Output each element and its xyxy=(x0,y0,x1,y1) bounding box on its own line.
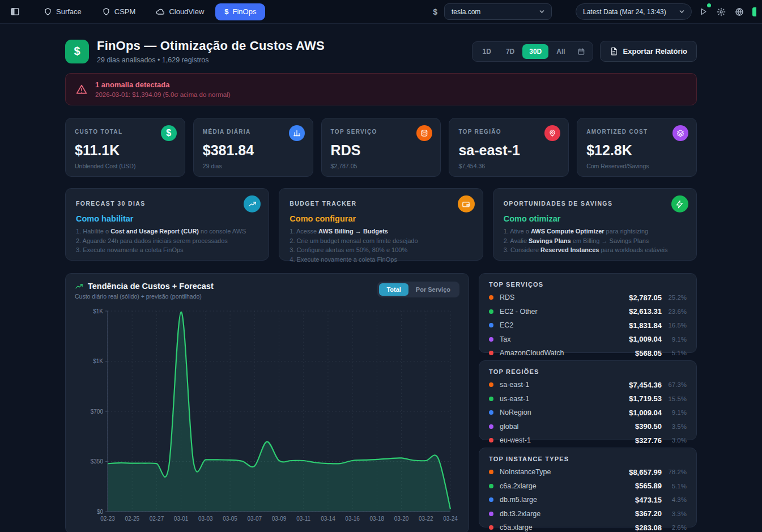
svg-text:03-05: 03-05 xyxy=(223,516,237,522)
calendar-icon[interactable] xyxy=(573,45,589,58)
panel-row: db.m5.large $473.15 4.3% xyxy=(489,496,687,504)
panel-row: db.t3.2xlarge $367.20 3.3% xyxy=(489,509,687,518)
snapshot-selector[interactable]: Latest Data (Mar 24, 13:43) xyxy=(576,3,692,20)
row-value: $367.20 xyxy=(635,509,662,518)
wallet-icon xyxy=(458,195,475,212)
app-tabs: SurfaceCSPMCloudView$FinOps xyxy=(35,3,265,20)
row-name: us-east-1 xyxy=(500,395,629,403)
kpi-sub: $7,454.36 xyxy=(458,163,559,169)
panel-row: c6a.2xlarge $565.89 5.1% xyxy=(489,482,687,490)
kpi-card-top-serviço: TOP SERVIÇO RDS $2,787.05 xyxy=(321,118,441,177)
series-dot xyxy=(489,512,493,516)
run-button[interactable] xyxy=(697,6,709,18)
play-icon xyxy=(699,7,708,16)
refresh-icon[interactable] xyxy=(557,10,561,14)
nav-tab-cspm[interactable]: CSPM xyxy=(93,3,145,20)
svg-text:$350: $350 xyxy=(91,458,104,465)
row-value: $1,009.04 xyxy=(629,408,662,417)
row-value: $390.50 xyxy=(635,422,662,431)
row-name: eu-west-1 xyxy=(500,436,635,444)
row-percent: 23.6% xyxy=(665,308,687,315)
sidebar-toggle-icon[interactable] xyxy=(7,5,23,19)
export-report-button[interactable]: Exportar Relatório xyxy=(600,41,697,62)
kpi-card-média-diária: MÉDIA DIÁRIA $381.84 29 dias xyxy=(193,118,313,177)
guide-how-link[interactable]: Como habilitar xyxy=(76,214,258,223)
row-percent: 78.2% xyxy=(665,469,687,475)
trend-up-icon xyxy=(244,195,261,212)
guide-cards: FORECAST 30 DIAS Como habilitar 1. Habil… xyxy=(65,188,697,261)
panel-row: sa-east-1 $7,454.36 67.3% xyxy=(489,381,687,389)
guide-card-budget-tracker: BUDGET TRACKER Como configurar 1. Acesse… xyxy=(279,188,483,261)
cost-trend-chart[interactable]: $0$350$700$1K$1K02-2302-2502-2703-0103-0… xyxy=(75,305,459,527)
kpi-card-custo-total: CUSTO TOTAL $11.1K Unblended Cost (USD) … xyxy=(65,118,185,177)
row-value: $8,657.99 xyxy=(629,468,662,476)
language-button[interactable] xyxy=(733,6,746,18)
zap-icon xyxy=(671,195,688,212)
chart-toggle-total[interactable]: Total xyxy=(379,283,408,296)
kpi-sub: Com Reserved/Savings xyxy=(586,163,687,169)
guide-card-oportunidades-de-savings: OPORTUNIDADES DE SAVINGS Como otimizar 1… xyxy=(493,188,697,261)
row-name: sa-east-1 xyxy=(500,381,629,389)
kpi-sub: $2,787.05 xyxy=(331,163,432,169)
panel-row: Tax $1,009.04 9.1% xyxy=(489,335,687,343)
guide-step: 3. Considere Reserved Instances para wor… xyxy=(504,246,686,253)
row-percent: 2.6% xyxy=(665,524,687,531)
guide-how-link[interactable]: Como configurar xyxy=(290,214,472,223)
row-value: $565.89 xyxy=(635,482,662,490)
guide-how-link[interactable]: Como otimizar xyxy=(504,214,686,223)
row-value: $2,613.31 xyxy=(629,307,662,316)
clock-icon[interactable] xyxy=(567,10,570,14)
nav-tab-surface[interactable]: Surface xyxy=(35,3,91,20)
shield-icon xyxy=(44,7,52,16)
svg-text:$1K: $1K xyxy=(93,358,103,364)
range-button-30d[interactable]: 30D xyxy=(522,44,548,59)
chart-toggle-por-serviço[interactable]: Por Serviço xyxy=(408,283,458,296)
notification-dot xyxy=(707,3,711,7)
guide-step: 2. Crie um budget mensal com limite dese… xyxy=(290,237,472,244)
row-value: $1,719.53 xyxy=(629,394,662,403)
row-value: $1,009.04 xyxy=(629,335,662,343)
guide-title: FORECAST 30 DIAS xyxy=(76,200,258,207)
svg-text:03-01: 03-01 xyxy=(174,516,189,522)
guide-step: 3. Execute novamente a coleta FinOps xyxy=(76,246,258,253)
kpi-value: $11.1K xyxy=(75,142,176,159)
svg-text:02-23: 02-23 xyxy=(100,516,115,522)
page-subtitle: 29 dias analisados • 1,629 registros xyxy=(97,56,325,64)
kpi-value: $381.84 xyxy=(203,142,304,159)
guide-step: 3. Configure alertas em 50%, 80% e 100% xyxy=(290,246,472,253)
row-percent: 4.3% xyxy=(665,496,687,503)
row-name: RDS xyxy=(500,293,629,301)
dollar-icon: $ xyxy=(432,7,439,16)
org-selector[interactable]: tesla.com xyxy=(444,3,552,20)
trend-up-icon xyxy=(75,282,83,291)
kpi-sub: 29 dias xyxy=(203,163,304,169)
page-title: FinOps — Otimização de Custos AWS xyxy=(97,39,325,53)
panel-row: AmazonCloudWatch $568.05 5.1% xyxy=(489,349,687,357)
row-name: Tax xyxy=(500,335,629,343)
settings-button[interactable] xyxy=(715,6,727,18)
kpi-cards: CUSTO TOTAL $11.1K Unblended Cost (USD) … xyxy=(65,118,697,177)
svg-text:03-18: 03-18 xyxy=(370,516,385,522)
panel-row: eu-west-1 $327.76 3.0% xyxy=(489,436,687,445)
series-dot xyxy=(489,525,493,530)
row-percent: 3.5% xyxy=(665,423,687,430)
chart-mode-toggle: TotalPor Serviço xyxy=(377,282,459,297)
svg-text:02-27: 02-27 xyxy=(150,516,164,522)
nav-tab-finops[interactable]: $FinOps xyxy=(215,3,265,20)
row-value: $2,787.05 xyxy=(629,293,662,302)
shield-icon xyxy=(102,7,110,16)
range-button-all[interactable]: All xyxy=(550,44,572,59)
range-button-1d[interactable]: 1D xyxy=(476,44,498,59)
svg-text:03-22: 03-22 xyxy=(419,516,433,522)
panel-top-regiões: TOP REGIÕES sa-east-1 $7,454.36 67.3% us… xyxy=(479,360,697,440)
range-button-7d[interactable]: 7D xyxy=(499,44,521,59)
nav-tab-cloudview[interactable]: CloudView xyxy=(147,3,213,20)
kpi-card-amortized-cost: AMORTIZED COST $12.8K Com Reserved/Savin… xyxy=(577,118,697,177)
row-name: db.t3.2xlarge xyxy=(500,510,635,518)
series-dot xyxy=(489,470,493,474)
panel-row: RDS $2,787.05 25.2% xyxy=(489,293,687,302)
row-name: db.m5.large xyxy=(500,496,635,504)
globe-icon xyxy=(735,7,744,16)
chevron-down-icon xyxy=(538,8,546,15)
date-range-selector: 1D7D30DAll xyxy=(472,41,593,62)
